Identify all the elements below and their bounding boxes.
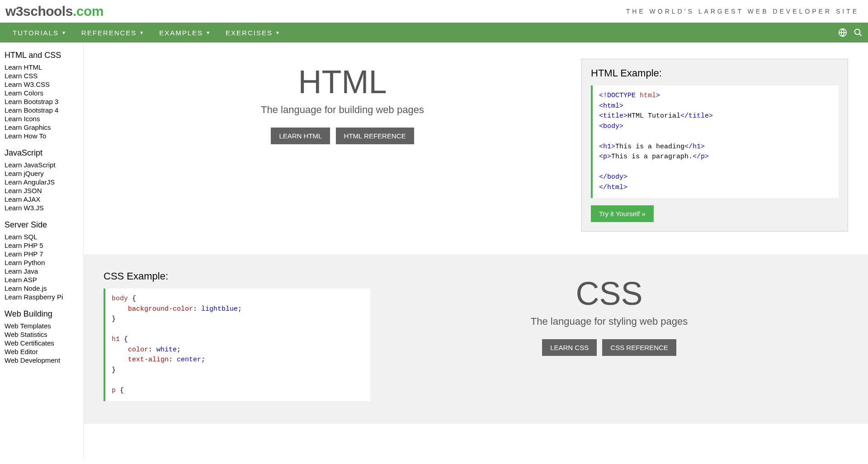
- code-token: :: [148, 346, 152, 354]
- globe-icon[interactable]: [838, 28, 847, 37]
- nav-label: EXERCISES: [226, 29, 273, 37]
- html-hero: HTML The language for building web pages…: [104, 59, 581, 232]
- sidebar-item[interactable]: Learn Bootstrap 3: [5, 97, 83, 106]
- code-token: <body>: [599, 123, 623, 130]
- sidebar-item[interactable]: Learn Java: [5, 267, 83, 275]
- sidebar-item[interactable]: Web Editor: [5, 347, 83, 356]
- main-content: HTML The language for building web pages…: [84, 43, 868, 460]
- sidebar-item[interactable]: Web Development: [5, 356, 83, 365]
- sidebar-item[interactable]: Learn W3.JS: [5, 204, 83, 212]
- html-code-block: <!DOCTYPE html> <html> <title>HTML Tutor…: [591, 85, 839, 198]
- sidebar-item[interactable]: Learn Graphics: [5, 123, 83, 132]
- nav-label: REFERENCES: [81, 29, 137, 37]
- code-token: </html>: [599, 184, 627, 191]
- sidebar-item[interactable]: Learn AngularJS: [5, 178, 83, 186]
- sidebar-item[interactable]: Learn W3.CSS: [5, 80, 83, 89]
- sidebar-item[interactable]: Learn jQuery: [5, 169, 83, 178]
- sidebar-item[interactable]: Learn PHP 5: [5, 241, 83, 250]
- learn-css-button[interactable]: LEARN CSS: [542, 339, 597, 356]
- code-token: <p>: [599, 153, 611, 161]
- html-subtitle: The language for building web pages: [104, 104, 581, 116]
- code-token: body: [112, 295, 128, 303]
- code-token: [112, 356, 128, 364]
- code-token: <title>: [599, 112, 627, 120]
- nav-references[interactable]: REFERENCES▼: [74, 24, 152, 42]
- code-token: <!DOCTYPE: [599, 92, 636, 99]
- code-token: [112, 346, 128, 354]
- sidebar-group-title: Web Building: [5, 309, 83, 319]
- sidebar-item[interactable]: Web Templates: [5, 322, 83, 330]
- nav-label: EXAMPLES: [159, 29, 203, 37]
- code-token: {: [120, 336, 128, 343]
- sidebar-item[interactable]: Learn JSON: [5, 186, 83, 195]
- css-example-wrap: CSS Example: body { background-color: li…: [104, 270, 370, 401]
- css-code-block: body { background-color: lightblue; } h1…: [104, 289, 370, 401]
- caret-down-icon: ▼: [139, 30, 145, 35]
- nav-right: [838, 28, 863, 37]
- sidebar-item[interactable]: Learn Node.js: [5, 284, 83, 293]
- sidebar-item[interactable]: Learn CSS: [5, 71, 83, 80]
- sidebar-item[interactable]: Learn JavaScript: [5, 161, 83, 169]
- code-token: lightblue: [197, 305, 238, 313]
- css-subtitle: The language for styling web pages: [370, 316, 848, 327]
- nav-exercises[interactable]: EXERCISES▼: [218, 24, 288, 42]
- sidebar-item[interactable]: Learn AJAX: [5, 195, 83, 204]
- code-token: ;: [238, 305, 242, 313]
- caret-down-icon: ▼: [61, 30, 67, 35]
- code-token: [112, 305, 128, 313]
- css-example-title: CSS Example:: [104, 270, 370, 282]
- sidebar-group-title: Server Side: [5, 220, 83, 230]
- sidebar-item[interactable]: Learn How To: [5, 132, 83, 140]
- html-section: HTML The language for building web pages…: [84, 43, 868, 254]
- code-token: HTML Tutorial: [627, 112, 680, 120]
- nav-label: TUTORIALS: [13, 29, 59, 37]
- code-token: ;: [177, 346, 181, 354]
- html-reference-button[interactable]: HTML REFERENCE: [336, 128, 414, 144]
- svg-line-3: [859, 34, 862, 36]
- sidebar-item[interactable]: Learn Raspberry Pi: [5, 293, 83, 301]
- sidebar: HTML and CSSLearn HTMLLearn CSSLearn W3.…: [0, 43, 84, 460]
- top-nav: TUTORIALS▼ REFERENCES▼ EXAMPLES▼ EXERCIS…: [0, 23, 868, 43]
- sidebar-item[interactable]: Learn Colors: [5, 89, 83, 97]
- sidebar-item[interactable]: Learn Python: [5, 258, 83, 267]
- try-it-yourself-button[interactable]: Try it Yourself »: [591, 205, 654, 222]
- sidebar-item[interactable]: Learn Icons: [5, 114, 83, 123]
- logo-w3: w3schools: [5, 4, 73, 19]
- nav-examples[interactable]: EXAMPLES▼: [152, 24, 218, 42]
- sidebar-group-title: HTML and CSS: [5, 51, 83, 60]
- code-token: white: [152, 346, 177, 354]
- code-token: background-color: [128, 305, 193, 313]
- nav-left: TUTORIALS▼ REFERENCES▼ EXAMPLES▼ EXERCIS…: [5, 24, 288, 42]
- code-token: }: [112, 315, 116, 323]
- logo-com: .com: [73, 4, 104, 19]
- css-section: CSS Example: body { background-color: li…: [84, 254, 868, 424]
- code-token: {: [116, 387, 124, 394]
- code-token: p: [112, 387, 116, 394]
- sidebar-item[interactable]: Web Certificates: [5, 339, 83, 347]
- sidebar-item[interactable]: Learn SQL: [5, 232, 83, 241]
- learn-html-button[interactable]: LEARN HTML: [271, 128, 330, 144]
- caret-down-icon: ▼: [275, 30, 281, 35]
- sidebar-item[interactable]: Learn ASP: [5, 275, 83, 284]
- search-icon[interactable]: [854, 28, 863, 37]
- code-token: }: [112, 366, 116, 374]
- sidebar-item[interactable]: Web Statistics: [5, 330, 83, 339]
- code-token: >: [656, 92, 660, 99]
- code-token: center: [173, 356, 201, 364]
- sidebar-item[interactable]: Learn HTML: [5, 63, 83, 71]
- code-token: <h1>: [599, 143, 615, 151]
- code-token: </p>: [693, 153, 709, 161]
- code-token: </body>: [599, 173, 627, 181]
- sidebar-item[interactable]: Learn Bootstrap 4: [5, 106, 83, 114]
- site-logo[interactable]: w3schools.com: [5, 4, 104, 19]
- code-token: :: [193, 305, 197, 313]
- code-token: This is a heading: [615, 143, 684, 151]
- sidebar-item[interactable]: Learn PHP 7: [5, 250, 83, 258]
- html-example-title: HTML Example:: [591, 67, 839, 79]
- code-token: html: [636, 92, 656, 99]
- nav-tutorials[interactable]: TUTORIALS▼: [5, 24, 74, 42]
- css-reference-button[interactable]: CSS REFERENCE: [602, 339, 676, 356]
- code-token: :: [169, 356, 173, 364]
- html-title: HTML: [104, 63, 581, 100]
- sidebar-group-title: JavaScript: [5, 148, 83, 158]
